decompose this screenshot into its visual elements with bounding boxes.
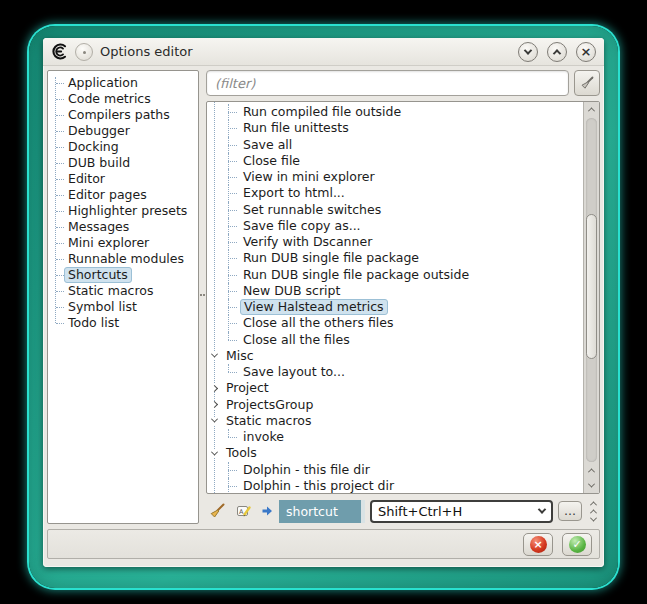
tree-item-invoke[interactable]: invoke [207, 429, 583, 445]
chevron-down-icon[interactable] [209, 449, 219, 457]
sidebar-item-runnable-modules[interactable]: Runnable modules [48, 251, 198, 267]
tree-item-view-in-mini-explorer[interactable]: View in mini explorer [207, 169, 583, 185]
tree-item-run-dub-single-file-package[interactable]: Run DUB single file package [207, 250, 583, 266]
tree-item-label: Static macros [223, 414, 314, 428]
tree-item-run-file-unittests[interactable]: Run file unittests [207, 120, 583, 136]
tree-item-run-compiled-file-outside[interactable]: Run compiled file outside [207, 104, 583, 120]
sidebar-item-label: Shortcuts [64, 267, 132, 283]
splitter-handle[interactable] [199, 70, 206, 524]
sidebar-item-editor-pages[interactable]: Editor pages [48, 187, 198, 203]
tree-item-close-file[interactable]: Close file [207, 153, 583, 169]
tree-item-set-runnable-switches[interactable]: Set runnable switches [207, 202, 583, 218]
tree-item-run-dub-single-file-package-outside[interactable]: Run DUB single file package outside [207, 267, 583, 283]
close-icon: × [581, 45, 592, 58]
combo-chevron-down-icon[interactable] [533, 508, 551, 514]
tree-item-save-file-copy-as[interactable]: Save file copy as... [207, 218, 583, 234]
tree-item-view-halstead-metrics[interactable]: View Halstead metrics [207, 299, 583, 315]
clear-shortcut-button[interactable] [206, 500, 228, 522]
tree-item-misc[interactable]: Misc [207, 348, 583, 364]
tree-item-label: Dolphin - this project dir [240, 479, 397, 493]
sidebar-item-label: Todo list [65, 316, 122, 330]
sidebar-item-label: Docking [65, 140, 122, 154]
tree-item-label: Run file unittests [240, 121, 352, 135]
chevron-up-icon [553, 49, 561, 57]
sidebar-item-debugger[interactable]: Debugger [48, 123, 198, 139]
sidebar-item-symbol-list[interactable]: Symbol list [48, 299, 198, 315]
sidebar-item-label: Editor [65, 172, 108, 186]
tree-item-label: Run DUB single file package [240, 251, 422, 265]
sidebar-item-messages[interactable]: Messages [48, 219, 198, 235]
app-logo-icon [51, 43, 68, 60]
sidebar-item-application[interactable]: Application [48, 75, 198, 91]
chevron-down-icon[interactable] [209, 352, 219, 360]
tree-item-label: New DUB script [240, 284, 343, 298]
tree-item-label: ProjectsGroup [223, 398, 316, 412]
sidebar-item-compilers-paths[interactable]: Compilers paths [48, 107, 198, 123]
sidebar-item-docking[interactable]: Docking [48, 139, 198, 155]
tree-item-label: invoke [240, 430, 287, 444]
tree-item-dolphin-this-file-dir[interactable]: Dolphin - this file dir [207, 462, 583, 478]
tree-item-tools[interactable]: Tools [207, 445, 583, 461]
tree-item-label: Set runnable switches [240, 203, 384, 217]
tree-item-label: Run compiled file outside [240, 105, 404, 119]
scroll-up-button-2[interactable] [584, 463, 599, 478]
chevron-down-icon [524, 46, 532, 54]
scrollbar-track[interactable] [586, 118, 597, 462]
sidebar-item-label: Editor pages [65, 188, 150, 202]
sidebar-item-editor[interactable]: Editor [48, 171, 198, 187]
close-button[interactable]: × [576, 42, 596, 62]
tree-item-export-to-html[interactable]: Export to html... [207, 185, 583, 201]
sidebar-item-todo-list[interactable]: Todo list [48, 315, 198, 331]
tree-item-label: Export to html... [240, 186, 348, 200]
property-name-cell[interactable]: shortcut [279, 500, 365, 523]
clear-filter-button[interactable] [574, 70, 600, 96]
accept-button[interactable]: ✓ [562, 533, 592, 556]
scrollbar-thumb[interactable] [586, 214, 597, 358]
chevron-down-icon[interactable] [209, 417, 219, 425]
tree-item-label: Save all [240, 138, 295, 152]
sidebar-item-static-macros[interactable]: Static macros [48, 283, 198, 299]
minimize-button[interactable] [518, 42, 538, 62]
tree-item-save-all[interactable]: Save all [207, 137, 583, 153]
tree-item-verify-with-dscanner[interactable]: Verify with Dscanner [207, 234, 583, 250]
tree-scrollbar[interactable] [583, 102, 599, 493]
shortcuts-tree: Run compiled file outsideRun file unitte… [207, 102, 583, 493]
sidebar-item-shortcuts[interactable]: Shortcuts [48, 267, 198, 283]
sidebar-item-mini-explorer[interactable]: Mini explorer [48, 235, 198, 251]
sidebar-item-dub-build[interactable]: DUB build [48, 155, 198, 171]
tree-item-close-all-the-others-files[interactable]: Close all the others files [207, 315, 583, 331]
shortcut-combobox[interactable]: Shift+Ctrl+H [370, 500, 553, 523]
chevron-right-icon[interactable] [209, 401, 219, 409]
sidebar-item-code-metrics[interactable]: Code metrics [48, 91, 198, 107]
cancel-button[interactable]: × [523, 533, 553, 556]
edit-shortcut-button[interactable]: A [233, 500, 255, 522]
tree-item-label: Misc [223, 349, 257, 363]
shortcuts-tree-panel: Run compiled file outsideRun file unitte… [206, 101, 600, 494]
sidebar-item-highlighter-presets[interactable]: Highlighter presets [48, 203, 198, 219]
filter-row [206, 70, 600, 96]
filter-input[interactable] [206, 70, 569, 96]
scroll-up-button[interactable] [584, 102, 599, 117]
tree-item-label: Verify with Dscanner [240, 235, 375, 249]
more-options-button[interactable]: … [558, 501, 582, 521]
tree-item-dolphin-this-project-dir[interactable]: Dolphin - this project dir [207, 478, 583, 493]
scroll-down-button[interactable] [584, 478, 599, 493]
tree-item-label: Save file copy as... [240, 219, 364, 233]
maximize-button[interactable] [547, 42, 567, 62]
property-grid-scrollbar[interactable] [587, 501, 600, 522]
tree-item-new-dub-script[interactable]: New DUB script [207, 283, 583, 299]
window-menu-button[interactable] [75, 43, 93, 61]
property-arrow-icon [260, 500, 274, 522]
tree-item-label: Run DUB single file package outside [240, 268, 472, 282]
cancel-x-icon: × [530, 536, 547, 553]
tree-item-projectsgroup[interactable]: ProjectsGroup [207, 397, 583, 413]
options-editor-window: Options editor × ApplicationCode metrics… [43, 38, 604, 567]
footer-bar: × ✓ [47, 529, 600, 559]
broom-icon [208, 502, 226, 520]
tree-item-project[interactable]: Project [207, 380, 583, 396]
tree-item-close-all-the-files[interactable]: Close all the files [207, 332, 583, 348]
tree-item-static-macros[interactable]: Static macros [207, 413, 583, 429]
tree-item-save-layout-to[interactable]: Save layout to... [207, 364, 583, 380]
chevron-right-icon[interactable] [209, 384, 219, 392]
window-frame: Options editor × ApplicationCode metrics… [29, 26, 618, 588]
